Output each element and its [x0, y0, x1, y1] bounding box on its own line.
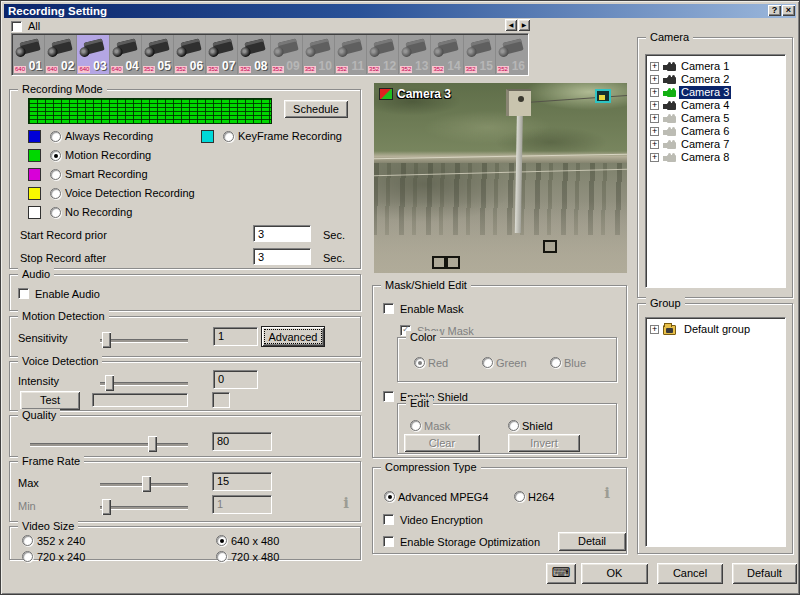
enable-mask-checkbox[interactable] [383, 303, 394, 314]
group-tree-item-default[interactable]: Default group [646, 323, 785, 336]
camera-tree-item-8[interactable]: Camera 8 [646, 151, 785, 164]
recording-mode-title: Recording Mode [18, 83, 107, 96]
camera-tree-item-4[interactable]: Camera 4 [646, 99, 785, 112]
expand-plus-icon[interactable] [650, 140, 659, 149]
expand-plus-icon[interactable] [650, 62, 659, 71]
expand-plus-icon[interactable] [650, 101, 659, 110]
group-tree[interactable]: Default group [645, 317, 786, 547]
camera-thumbnail-03[interactable]: 64003 [77, 35, 109, 74]
storage-optimization-checkbox[interactable] [383, 536, 394, 547]
camera-thumbnail-04[interactable]: 64004 [110, 35, 142, 74]
camera-number: 16 [512, 59, 525, 73]
camera-number: 13 [415, 59, 428, 73]
edit-mask-label: Mask [424, 420, 450, 433]
expand-plus-icon[interactable] [650, 75, 659, 84]
camera-tree-item-6[interactable]: Camera 6 [646, 125, 785, 138]
max-frame-rate-value: 15 [212, 472, 272, 491]
quality-value: 80 [212, 432, 272, 451]
camera-clipart-icon [110, 36, 141, 61]
advanced-button[interactable]: Advanced [261, 326, 325, 347]
quality-slider[interactable] [30, 443, 188, 446]
scroll-left-button[interactable]: ◀ [505, 19, 517, 31]
audio-title: Audio [18, 268, 54, 281]
stop-record-input[interactable]: 3 [253, 248, 311, 265]
camera-thumbnail-15[interactable]: 35215 [464, 35, 496, 74]
motion-detection-title: Motion Detection [18, 310, 109, 323]
camera-clipart-icon [142, 36, 173, 61]
intensity-slider[interactable] [100, 382, 188, 385]
camera-thumbnail-07[interactable]: 35207 [206, 35, 238, 74]
h264-radio[interactable] [514, 491, 525, 502]
always-recording-radio[interactable] [50, 131, 61, 142]
camera-icon [663, 75, 676, 84]
camera-thumbnail-10[interactable]: 35210 [303, 35, 335, 74]
detail-button[interactable]: Detail [558, 532, 626, 551]
recording-mode-group: Recording Mode Schedule Always Recording… [9, 89, 361, 269]
camera-thumbnail-14[interactable]: 35214 [431, 35, 463, 74]
camera-thumbnail-12[interactable]: 35212 [367, 35, 399, 74]
intensity-slider-thumb[interactable] [105, 375, 114, 391]
voice-recording-radio[interactable] [50, 188, 61, 199]
quality-slider-thumb[interactable] [148, 436, 157, 452]
camera-thumbnail-01[interactable]: 64001 [13, 35, 45, 74]
motion-cell-box [432, 256, 446, 269]
expand-plus-icon[interactable] [650, 88, 659, 97]
test-button[interactable]: Test [20, 391, 80, 410]
close-button[interactable]: × [782, 5, 795, 16]
ok-button[interactable]: OK [581, 563, 648, 584]
camera-thumbnail-08[interactable]: 35208 [238, 35, 270, 74]
sensitivity-slider[interactable] [100, 339, 188, 342]
all-checkbox[interactable] [11, 21, 22, 32]
motion-recording-label: Motion Recording [65, 149, 151, 162]
schedule-button[interactable]: Schedule [284, 100, 348, 118]
camera-tree-item-1[interactable]: Camera 1 [646, 60, 785, 73]
max-frame-rate-slider-thumb[interactable] [142, 476, 151, 492]
video-preview[interactable]: Camera 3 [374, 83, 627, 273]
video-encryption-checkbox[interactable] [383, 514, 394, 525]
motion-recording-radio[interactable] [50, 150, 61, 161]
camera-tree-item-2[interactable]: Camera 2 [646, 73, 785, 86]
camera-thumbnail-05[interactable]: 35205 [142, 35, 174, 74]
mpeg4-radio[interactable] [384, 491, 395, 502]
smart-recording-radio[interactable] [50, 169, 61, 180]
keyframe-recording-radio[interactable] [223, 131, 234, 142]
sensitivity-slider-thumb[interactable] [102, 332, 111, 348]
camera-thumbnail-02[interactable]: 64002 [45, 35, 77, 74]
camera-thumbnail-06[interactable]: 35206 [174, 35, 206, 74]
start-record-input[interactable]: 3 [253, 225, 311, 242]
max-frame-rate-slider[interactable] [100, 483, 188, 486]
title-bar: Recording Setting [4, 4, 796, 18]
camera-thumbnail-09[interactable]: 35209 [271, 35, 303, 74]
help-button[interactable]: ? [768, 5, 781, 16]
expand-plus-icon[interactable] [650, 153, 659, 162]
size-badge: 352 [336, 66, 348, 73]
camera-tree-item-7[interactable]: Camera 7 [646, 138, 785, 151]
camera-thumbnail-16[interactable]: 35216 [496, 35, 527, 74]
enable-shield-checkbox[interactable] [383, 391, 394, 402]
camera-clipart-icon [367, 36, 398, 61]
virtual-keyboard-button[interactable]: ⌨ [546, 563, 576, 584]
size-352x240-radio[interactable] [22, 535, 33, 546]
camera-thumbnail-13[interactable]: 35213 [399, 35, 431, 74]
size-badge: 352 [465, 66, 477, 73]
size-640x480-radio[interactable] [216, 535, 227, 546]
camera-tree-item-5[interactable]: Camera 5 [646, 112, 785, 125]
expand-plus-icon[interactable] [650, 127, 659, 136]
schedule-grid[interactable] [28, 98, 272, 124]
monitor-icon [595, 89, 611, 103]
size-720x240-radio[interactable] [22, 551, 33, 562]
expand-plus-icon[interactable] [650, 114, 659, 123]
no-recording-radio[interactable] [50, 207, 61, 218]
default-button[interactable]: Default [732, 563, 797, 584]
enable-audio-checkbox[interactable] [18, 288, 29, 299]
camera-tree[interactable]: Camera 1 Camera 2 Camera 3 Camera 4 Came [645, 54, 786, 288]
scroll-right-button[interactable]: ▶ [518, 19, 530, 31]
camera-thumbnail-11[interactable]: 35211 [335, 35, 367, 74]
window-title: Recording Setting [8, 5, 107, 17]
edit-shield-radio[interactable] [508, 420, 519, 431]
size-720x480-radio[interactable] [216, 551, 227, 562]
expand-plus-icon[interactable] [650, 325, 659, 334]
camera-tree-item-3[interactable]: Camera 3 [646, 86, 785, 99]
cancel-button[interactable]: Cancel [657, 563, 723, 584]
stop-record-unit: Sec. [323, 252, 345, 265]
